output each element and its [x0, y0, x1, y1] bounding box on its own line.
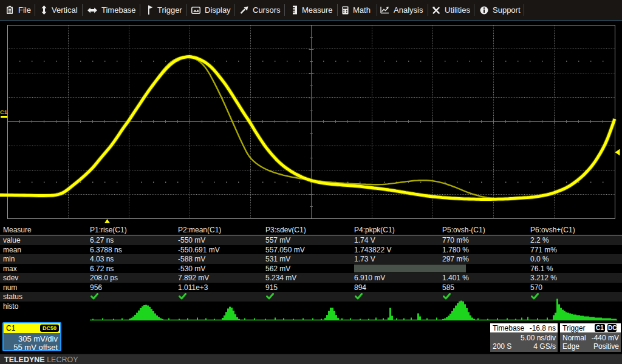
svg-text:C1: C1 — [0, 109, 8, 115]
